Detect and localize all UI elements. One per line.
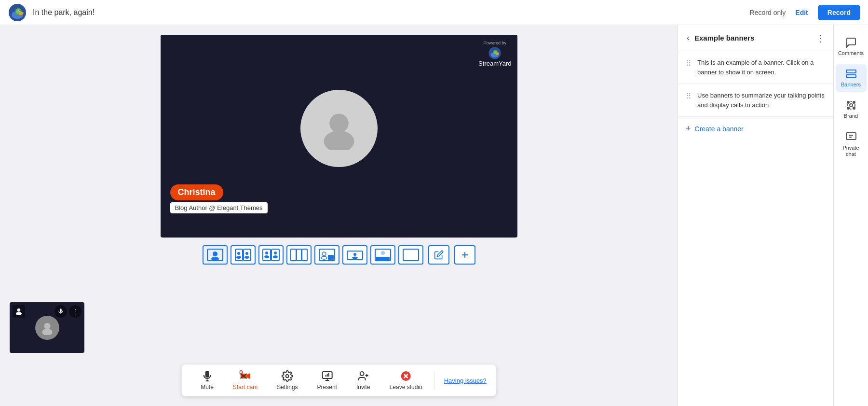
thumb-controls: ⋮ bbox=[54, 305, 81, 318]
svg-point-13 bbox=[324, 131, 354, 151]
leave-button[interactable]: Leave studio bbox=[380, 368, 432, 392]
svg-point-63 bbox=[286, 375, 289, 378]
present-button[interactable]: Present bbox=[308, 368, 347, 392]
sidebar-item-private-chat[interactable]: Private chat bbox=[836, 127, 867, 161]
layout-blank[interactable] bbox=[398, 245, 423, 265]
svg-rect-84 bbox=[846, 133, 856, 140]
svg-point-35 bbox=[321, 256, 327, 259]
svg-point-38 bbox=[352, 257, 358, 259]
name-badge-container: Christina Blog Author @ Elegant Themes bbox=[170, 184, 268, 213]
banner-item-1[interactable]: ⠿ This is an example of a banner. Click … bbox=[678, 51, 833, 84]
sidebar-item-label-banners: Banners bbox=[841, 82, 861, 88]
svg-marker-59 bbox=[247, 373, 250, 379]
svg-rect-23 bbox=[263, 249, 271, 261]
mute-button[interactable]: Mute bbox=[191, 368, 223, 392]
thumb-mic-button[interactable] bbox=[54, 305, 67, 318]
banners-icon bbox=[845, 68, 857, 80]
layout-two-side[interactable] bbox=[258, 245, 284, 265]
settings-button[interactable]: Settings bbox=[267, 368, 307, 392]
invite-button[interactable]: Invite bbox=[347, 368, 380, 392]
present-icon bbox=[321, 370, 333, 382]
video-avatar bbox=[300, 90, 378, 167]
sidebar-item-label-comments: Comments bbox=[838, 50, 864, 56]
startcam-button[interactable]: Start cam bbox=[223, 368, 267, 392]
svg-rect-42 bbox=[403, 249, 419, 261]
powered-by-text: Powered by bbox=[478, 41, 511, 45]
thumb-more-button[interactable]: ⋮ bbox=[69, 305, 81, 318]
svg-point-48 bbox=[42, 328, 52, 335]
comments-icon bbox=[845, 37, 857, 48]
svg-point-81 bbox=[853, 101, 855, 103]
participant-thumb-inner: ⋮ bbox=[11, 303, 83, 352]
banner-item-2[interactable]: ⠿ Use banners to summarize your talking … bbox=[678, 84, 833, 117]
thumb-avatar-icon bbox=[40, 321, 54, 335]
video-avatar-container bbox=[300, 90, 378, 167]
streamyard-logo: StreamYard bbox=[478, 46, 511, 67]
banners-header: ‹ Example banners ⋮ bbox=[678, 25, 833, 51]
svg-point-80 bbox=[847, 101, 849, 103]
svg-point-12 bbox=[329, 113, 349, 133]
brand-icon bbox=[845, 99, 857, 111]
layout-three[interactable] bbox=[286, 245, 312, 265]
leave-label: Leave studio bbox=[390, 384, 422, 391]
powered-by: Powered by StreamYard bbox=[478, 41, 511, 67]
video-area: Powered by StreamYard bbox=[161, 35, 517, 238]
sidebar-item-label-brand: Brand bbox=[844, 113, 858, 119]
participant-area: ⋮ Christina bbox=[10, 302, 84, 353]
record-button[interactable]: Record bbox=[818, 5, 860, 20]
banner-text-1: This is an example of a banner. Click on… bbox=[697, 58, 826, 77]
svg-point-45 bbox=[17, 308, 21, 312]
layout-lower-third-icon bbox=[374, 248, 392, 262]
svg-rect-49 bbox=[60, 308, 62, 312]
svg-rect-76 bbox=[846, 70, 856, 73]
layout-lower-third[interactable] bbox=[370, 245, 395, 265]
sidebar-item-brand[interactable]: Brand bbox=[836, 96, 867, 123]
svg-rect-77 bbox=[846, 75, 856, 78]
top-bar-right: Record only Edit Record bbox=[750, 5, 860, 20]
svg-point-26 bbox=[264, 255, 269, 258]
person-icon bbox=[15, 308, 23, 315]
top-bar: In the park, again! Record only Edit Rec… bbox=[0, 0, 868, 25]
svg-point-20 bbox=[236, 256, 241, 259]
svg-rect-33 bbox=[328, 255, 334, 260]
svg-point-28 bbox=[273, 255, 278, 258]
create-banner-label: Create a banner bbox=[695, 125, 744, 133]
svg-point-46 bbox=[16, 312, 22, 315]
thumb-avatar bbox=[35, 316, 59, 340]
create-banner-button[interactable]: + Create a banner bbox=[678, 117, 833, 140]
having-issues-link[interactable]: Having issues? bbox=[444, 377, 487, 384]
app-logo bbox=[8, 3, 27, 22]
sidebar-item-comments[interactable]: Comments bbox=[836, 33, 867, 60]
participant-thumb[interactable]: ⋮ Christina bbox=[10, 302, 84, 353]
banner-drag-icon-1: ⠿ bbox=[686, 59, 692, 68]
streamyard-logo-icon bbox=[486, 46, 503, 60]
sidebar-item-banners[interactable]: Banners bbox=[836, 64, 867, 92]
svg-rect-41 bbox=[376, 257, 390, 260]
svg-rect-53 bbox=[206, 371, 209, 377]
banners-more-button[interactable]: ⋮ bbox=[816, 32, 826, 44]
top-bar-left: In the park, again! bbox=[8, 3, 95, 22]
add-layout-button[interactable] bbox=[454, 245, 475, 265]
svg-point-83 bbox=[853, 107, 855, 109]
main-layout: Powered by StreamYard bbox=[0, 25, 868, 406]
edit-layout-button[interactable] bbox=[428, 245, 449, 265]
svg-rect-18 bbox=[244, 249, 251, 261]
layout-pip[interactable] bbox=[314, 245, 339, 265]
mic-icon bbox=[57, 308, 64, 315]
layout-two-side-icon bbox=[262, 248, 280, 262]
layout-wide[interactable] bbox=[342, 245, 367, 265]
bottom-toolbar: Mute Start cam bbox=[181, 364, 496, 396]
startcam-icon bbox=[240, 370, 251, 382]
create-banner-plus-icon: + bbox=[686, 124, 691, 134]
layout-two[interactable] bbox=[231, 245, 256, 265]
layout-blank-icon bbox=[402, 248, 420, 262]
svg-point-78 bbox=[850, 104, 853, 107]
svg-point-22 bbox=[244, 256, 249, 259]
banners-back-button[interactable]: ‹ bbox=[686, 32, 691, 44]
leave-icon bbox=[400, 370, 412, 382]
svg-rect-31 bbox=[302, 249, 307, 261]
thumb-person-icon bbox=[13, 305, 25, 318]
record-only-label: Record only bbox=[750, 9, 786, 16]
layout-single[interactable] bbox=[203, 245, 228, 265]
edit-button[interactable]: Edit bbox=[791, 6, 812, 19]
